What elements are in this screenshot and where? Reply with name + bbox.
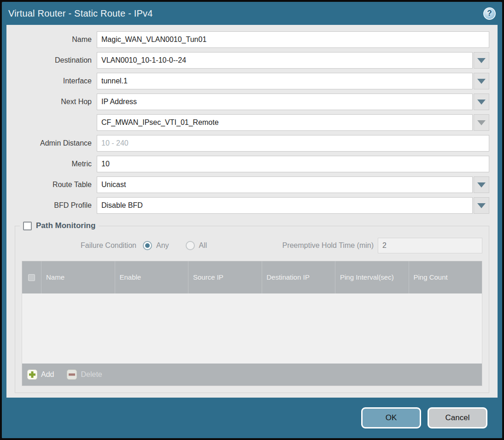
path-monitoring-checkbox[interactable] xyxy=(23,222,32,230)
metric-label: Metric xyxy=(15,160,97,168)
next-hop-type-dropdown-button[interactable] xyxy=(474,94,489,110)
path-monitoring-table: Name Enable Source IP Destination IP Pin… xyxy=(22,261,482,386)
table-toolbar: Add Delete xyxy=(22,364,482,386)
column-header-destination-ip: Destination IP xyxy=(262,261,335,293)
metric-input[interactable] xyxy=(97,156,489,172)
ok-button[interactable]: OK xyxy=(361,407,421,428)
form-row-next-hop: Next Hop xyxy=(15,94,489,110)
failure-condition-radio-group: Any All xyxy=(136,241,207,250)
bfd-profile-input[interactable] xyxy=(97,197,473,214)
failure-condition-all-radio[interactable] xyxy=(186,241,195,250)
next-hop-address-input[interactable] xyxy=(97,114,473,131)
column-header-ping-interval: Ping Interval(sec) xyxy=(335,261,409,293)
dialog-title: Virtual Router - Static Route - IPv4 xyxy=(8,8,153,19)
add-button[interactable]: Add xyxy=(27,370,54,380)
dialog-titlebar: Virtual Router - Static Route - IPv4 ? xyxy=(2,2,502,25)
dialog-footer: OK Cancel xyxy=(2,398,502,438)
failure-condition-any-radio[interactable] xyxy=(143,241,152,250)
path-monitoring-legend: Path Monitoring xyxy=(20,221,99,230)
form-row-admin-distance: Admin Distance xyxy=(15,135,489,152)
destination-label: Destination xyxy=(15,56,97,65)
help-icon[interactable]: ? xyxy=(483,7,496,20)
table-header-row: Name Enable Source IP Destination IP Pin… xyxy=(22,261,482,293)
form-row-bfd-profile: BFD Profile xyxy=(15,197,489,214)
form-row-next-hop-address xyxy=(15,114,489,131)
chevron-down-icon xyxy=(477,120,486,125)
path-monitoring-controls: Failure Condition Any All Preemptive Hol… xyxy=(22,238,482,253)
failure-condition-label: Failure Condition xyxy=(81,241,136,250)
admin-distance-label: Admin Distance xyxy=(15,139,97,147)
chevron-down-icon xyxy=(477,203,486,208)
interface-dropdown-button[interactable] xyxy=(474,73,489,89)
form-row-metric: Metric xyxy=(15,156,489,172)
dialog-window: Virtual Router - Static Route - IPv4 ? N… xyxy=(2,2,502,438)
chevron-down-icon xyxy=(477,79,486,84)
bfd-profile-label: BFD Profile xyxy=(15,201,97,210)
interface-label: Interface xyxy=(15,77,97,85)
select-all-checkbox[interactable] xyxy=(28,274,35,281)
form-row-name: Name xyxy=(15,31,489,48)
table-empty-body xyxy=(22,293,482,364)
path-monitoring-title: Path Monitoring xyxy=(36,221,95,230)
column-header-name: Name xyxy=(41,261,115,293)
failure-condition-any-label[interactable]: Any xyxy=(156,241,169,250)
name-label: Name xyxy=(15,35,97,44)
route-table-dropdown-button[interactable] xyxy=(474,176,489,193)
delete-button[interactable]: Delete xyxy=(67,370,102,380)
destination-input[interactable] xyxy=(97,52,473,69)
cancel-button[interactable]: Cancel xyxy=(428,407,487,428)
chevron-down-icon xyxy=(477,182,486,188)
minus-icon xyxy=(67,370,77,380)
preemptive-hold-time-label: Preemptive Hold Time (min) xyxy=(282,241,374,250)
chevron-down-icon xyxy=(477,58,486,63)
next-hop-label: Next Hop xyxy=(15,98,97,106)
preemptive-hold-time-input[interactable] xyxy=(378,238,482,253)
column-header-enable: Enable xyxy=(115,261,188,293)
column-header-source-ip: Source IP xyxy=(188,261,262,293)
table-header-checkbox-cell xyxy=(22,261,41,293)
destination-dropdown-button[interactable] xyxy=(474,52,489,69)
form-row-interface: Interface xyxy=(15,73,489,89)
route-table-label: Route Table xyxy=(15,181,97,189)
next-hop-address-dropdown-button[interactable] xyxy=(474,114,489,131)
plus-icon xyxy=(27,370,37,380)
interface-input[interactable] xyxy=(97,73,473,89)
route-table-input[interactable] xyxy=(97,176,473,193)
form-row-route-table: Route Table xyxy=(15,176,489,193)
bfd-profile-dropdown-button[interactable] xyxy=(474,197,489,214)
path-monitoring-section: Path Monitoring Failure Condition Any Al… xyxy=(15,221,489,393)
column-header-ping-count: Ping Count xyxy=(409,261,482,293)
failure-condition-all-label[interactable]: All xyxy=(199,241,207,250)
form-row-destination: Destination xyxy=(15,52,489,69)
admin-distance-input[interactable] xyxy=(97,135,489,152)
name-input[interactable] xyxy=(97,31,489,48)
dialog-body: Name Destination Interface xyxy=(6,25,498,398)
next-hop-type-input[interactable] xyxy=(97,94,473,110)
chevron-down-icon xyxy=(477,100,486,105)
